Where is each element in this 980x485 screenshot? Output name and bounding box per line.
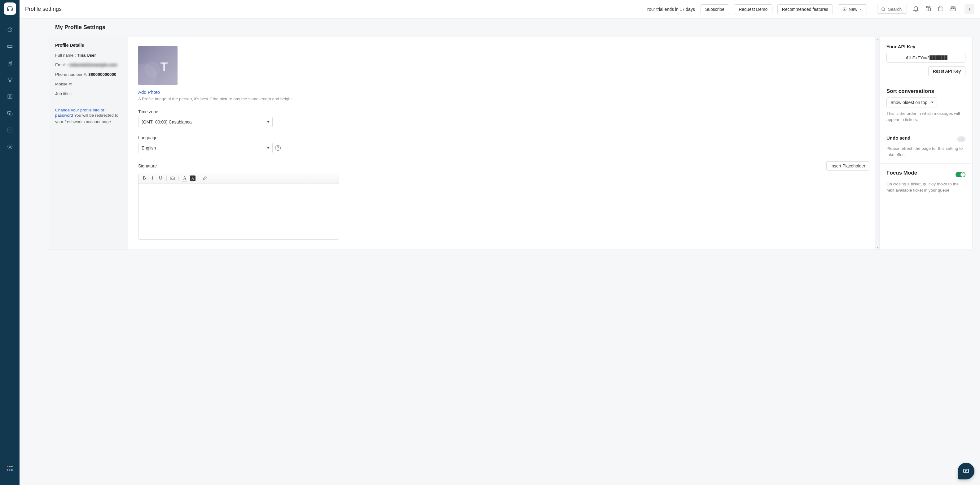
scroll-track[interactable]: ▴ ▾ xyxy=(875,37,879,249)
detail-mobile: Mobile #: xyxy=(55,81,122,87)
sidebar-item-chat[interactable] xyxy=(4,107,16,119)
api-key-field[interactable] xyxy=(886,53,966,62)
header: Profile settings Your trial ends in 17 d… xyxy=(19,0,980,19)
profile-details-panel: Profile Details Full name : Tina User Em… xyxy=(49,37,128,250)
divider xyxy=(49,103,128,103)
sidebar-item-contacts[interactable] xyxy=(4,57,16,69)
add-photo-link[interactable]: Add Photo xyxy=(138,89,869,95)
profile-photo: T xyxy=(138,46,178,85)
chat-fab[interactable] xyxy=(958,463,974,479)
search-icon xyxy=(881,6,886,12)
page-title: My Profile Settings xyxy=(55,24,980,31)
plus-box-icon xyxy=(842,7,847,11)
notifications-icon[interactable] xyxy=(912,5,919,13)
sidebar-item-knowledge[interactable] xyxy=(4,90,16,103)
trial-message: Your trial ends in 17 days xyxy=(646,7,695,12)
reset-api-key-button[interactable]: Reset API Key xyxy=(928,66,966,76)
new-button-label: New xyxy=(849,7,857,12)
detail-full-name: Full name : Tina User xyxy=(55,52,122,59)
svg-point-5 xyxy=(11,78,12,79)
recommended-features-button[interactable]: Recommended features xyxy=(777,4,833,14)
avatar[interactable]: T xyxy=(964,4,974,14)
sidebar-item-apps[interactable] xyxy=(4,463,16,475)
marketplace-icon[interactable] xyxy=(950,5,956,13)
subscribe-button[interactable]: Subscribe xyxy=(700,4,729,14)
brand-logo[interactable] xyxy=(4,3,16,15)
bold-button[interactable]: B xyxy=(140,174,148,182)
focus-mode-heading: Focus Mode xyxy=(886,170,917,176)
detail-email: Email : redacted@example.com xyxy=(55,62,122,68)
new-button[interactable]: New xyxy=(838,4,867,14)
profile-form-panel: T Add Photo A Profile image of the perso… xyxy=(128,37,880,250)
sort-conversations-select[interactable]: Show oldest on top xyxy=(886,98,937,108)
search-box[interactable] xyxy=(877,5,907,14)
svg-rect-1 xyxy=(8,46,12,48)
right-panel: Your API Key Reset API Key Sort conversa… xyxy=(880,37,972,250)
underline-button[interactable]: U xyxy=(156,174,164,182)
sidebar-item-dashboard[interactable] xyxy=(4,24,16,36)
signature-label: Signature xyxy=(138,163,157,168)
image-button[interactable] xyxy=(169,174,177,182)
text-color-button[interactable]: A xyxy=(181,174,189,182)
apps-icon xyxy=(7,466,13,472)
photo-hint: A Profile image of the person, it's best… xyxy=(138,97,869,101)
calendar-icon[interactable] xyxy=(937,5,944,13)
sidebar-item-reports[interactable] xyxy=(4,124,16,136)
focus-mode-desc: On closing a ticket, quickly move to the… xyxy=(886,181,966,194)
svg-point-10 xyxy=(9,146,11,147)
svg-point-4 xyxy=(8,78,9,79)
header-divider xyxy=(872,5,872,14)
chat-icon xyxy=(963,468,970,475)
timezone-select[interactable]: (GMT+00:00) Casablanca xyxy=(138,117,273,127)
sidebar-item-automation[interactable] xyxy=(4,74,16,86)
profile-initial: T xyxy=(160,60,168,74)
language-select[interactable]: English xyxy=(138,143,273,153)
signature-editor: B I U A A xyxy=(138,173,339,239)
bg-color-button[interactable]: A xyxy=(189,174,197,182)
change-profile-block: Change your profile info or password You… xyxy=(55,108,122,125)
timezone-label: Time zone xyxy=(138,109,869,114)
language-label: Language xyxy=(138,135,869,140)
italic-button[interactable]: I xyxy=(148,174,156,182)
sort-heading: Sort conversations xyxy=(886,88,966,94)
scroll-down-arrow[interactable]: ▾ xyxy=(875,245,879,249)
detail-phone: Phone number #: 380000000000 xyxy=(55,72,122,78)
detail-job-title: Job title : xyxy=(55,91,122,97)
gift-icon[interactable] xyxy=(925,5,932,13)
svg-point-3 xyxy=(9,62,10,63)
editor-body[interactable] xyxy=(138,184,339,239)
sidebar-item-tickets[interactable] xyxy=(4,40,16,52)
svg-point-12 xyxy=(882,8,885,10)
undo-send-toggle[interactable] xyxy=(958,136,966,142)
chevron-down-icon xyxy=(859,8,862,11)
scroll-up-arrow[interactable]: ▴ xyxy=(875,37,879,41)
sidebar xyxy=(0,0,19,485)
profile-details-heading: Profile Details xyxy=(55,43,122,48)
insert-placeholder-button[interactable]: Insert Placeholder xyxy=(826,161,869,171)
focus-mode-toggle[interactable] xyxy=(956,172,966,178)
sort-desc: This is the order in which messages will… xyxy=(886,111,966,123)
sidebar-item-settings[interactable] xyxy=(4,141,16,153)
body: My Profile Settings Profile Details Full… xyxy=(19,19,980,485)
svg-rect-14 xyxy=(939,7,943,11)
svg-rect-17 xyxy=(964,469,969,472)
editor-toolbar: B I U A A xyxy=(138,173,339,184)
undo-send-desc: Please refresh the page for this setting… xyxy=(886,146,966,158)
search-input[interactable] xyxy=(888,7,904,12)
api-key-heading: Your API Key xyxy=(886,44,966,49)
request-demo-button[interactable]: Request Demo xyxy=(734,4,772,14)
link-button[interactable] xyxy=(201,174,209,182)
help-icon[interactable]: ? xyxy=(275,145,281,151)
svg-point-6 xyxy=(9,81,10,82)
page-header-title: Profile settings xyxy=(25,6,62,13)
undo-send-heading: Undo send xyxy=(886,135,911,141)
